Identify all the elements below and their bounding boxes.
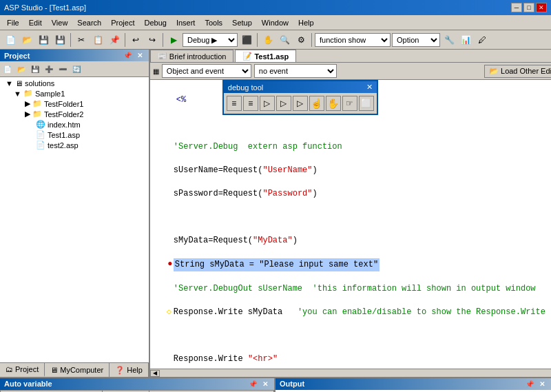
object-combo[interactable]: Object and event	[162, 64, 251, 78]
editor-tab-bar: 📰 Brief introduction 📝 Test1.asp ◀ ▶	[150, 50, 551, 63]
separator1	[70, 33, 71, 47]
editor-content[interactable]: debug tool ✕ ≡ ≡ ▷ ▷ ▷ ☝ ✋ ☞ ⬜	[150, 80, 551, 369]
tree-item-sample1[interactable]: ▼ 📁 Sample1	[1, 88, 147, 99]
code-line-comment2: 'Server.DebugOut sUserName 'this informa…	[153, 283, 551, 295]
toolbar-icon1[interactable]: 🔧	[441, 32, 457, 48]
menu-insert[interactable]: Insert	[172, 17, 200, 28]
menu-setup[interactable]: Setup	[228, 17, 256, 28]
tab-project[interactable]: 🗂 Project	[0, 363, 45, 377]
tf1-icon: 📁	[32, 99, 42, 108]
title-bar: ASP Studio - [Test1.asp] ─ □ ✕	[0, 0, 551, 15]
load-other-container: 📂 Load Other Editor ▼	[484, 65, 551, 78]
project-open-btn[interactable]: 📂	[15, 63, 28, 75]
tree-item-test2[interactable]: 📄 test2.asp	[1, 140, 147, 150]
undo-button[interactable]: ↩	[128, 32, 143, 48]
debug-btn-1[interactable]: ≡	[227, 96, 242, 111]
option-combo[interactable]: Option	[392, 33, 440, 47]
code-line-comment1: 'Server.Debug extern asp function	[153, 141, 551, 153]
hand-button[interactable]: ✋	[260, 32, 276, 48]
project-save-btn[interactable]: 💾	[29, 63, 41, 75]
menu-debug[interactable]: Debug	[140, 17, 170, 28]
debug-combo[interactable]: Debug ▶	[183, 33, 238, 47]
project-panel: Project 📌 ✕ 📄 📂 💾 ➕ ➖ 🔄 ▼ 🖥 solutions	[0, 50, 150, 377]
menu-tools[interactable]: Tools	[200, 17, 227, 28]
copy-button[interactable]: 📋	[90, 32, 105, 48]
separator4	[257, 33, 258, 47]
toolbar-icon3[interactable]: 🖊	[475, 32, 490, 48]
debug-btn-2[interactable]: ≡	[243, 96, 258, 111]
menu-window[interactable]: Window	[258, 17, 293, 28]
tree-item-testfolder1[interactable]: ▶ 📁 TestFolder1	[1, 99, 147, 109]
tree-label-solutions: solutions	[25, 79, 54, 87]
code-line-empty2	[153, 330, 551, 342]
debug-btn-6[interactable]: ☝	[309, 96, 324, 111]
debug-btn-4[interactable]: ▷	[276, 96, 291, 111]
settings-button[interactable]: ⚙	[293, 32, 309, 48]
project-add-btn[interactable]: ➕	[43, 63, 55, 75]
close-button[interactable]: ✕	[536, 3, 547, 12]
tab-mycomputer[interactable]: 🖥 MyComputer	[45, 363, 110, 377]
load-other-editor-button[interactable]: 📂 Load Other Editor ▼	[484, 65, 551, 78]
auto-float-btn[interactable]: 📌	[247, 380, 259, 389]
code-editor[interactable]: debug tool ✕ ≡ ≡ ▷ ▷ ▷ ☝ ✋ ☞ ⬜	[150, 80, 551, 369]
tree-item-test1[interactable]: 📄 Test1.asp	[1, 130, 147, 140]
new-button[interactable]: 📄	[3, 32, 18, 48]
auto-variable-title: Auto variable	[4, 380, 52, 389]
menu-search[interactable]: Search	[73, 17, 105, 28]
menu-edit[interactable]: Edit	[25, 17, 46, 28]
menu-help[interactable]: Help	[294, 17, 318, 28]
open-button[interactable]: 📂	[19, 32, 34, 48]
function-combo[interactable]: function show	[315, 33, 391, 47]
editor-tab-test1[interactable]: 📝 Test1.asp	[235, 50, 296, 62]
scroll-left[interactable]: ◀	[150, 370, 160, 377]
debug-btn-7[interactable]: ✋	[326, 96, 341, 111]
debug-tool-header[interactable]: debug tool ✕	[224, 81, 377, 93]
toolbar-icon2[interactable]: 📊	[458, 32, 473, 48]
debug-btn-9[interactable]: ⬜	[359, 96, 374, 111]
expand-icon-sample1: ▼	[14, 90, 21, 98]
menu-view[interactable]: View	[48, 17, 72, 28]
editor-tab-brief[interactable]: 📰 Brief introduction	[150, 50, 234, 62]
ind11	[167, 330, 174, 342]
save-all-button[interactable]: 💾	[52, 32, 67, 48]
auto-close-btn[interactable]: ✕	[260, 380, 270, 389]
editor-object-toolbar: ▦ Object and event no event 📂 Load Other…	[150, 63, 551, 80]
zoom-button[interactable]: 🔍	[277, 32, 292, 48]
output-close-btn[interactable]: ✕	[537, 380, 547, 389]
minimize-button[interactable]: ─	[511, 3, 522, 12]
code-line-empty1	[153, 212, 551, 223]
project-float-button[interactable]: 📌	[121, 51, 134, 60]
cut-button[interactable]: ✂	[74, 32, 89, 48]
project-refresh-btn[interactable]: 🔄	[70, 63, 83, 75]
project-new-btn[interactable]: 📄	[1, 63, 14, 75]
menu-file[interactable]: File	[3, 17, 23, 28]
tree-item-testfolder2[interactable]: ▶ 📁 TestFolder2	[1, 109, 147, 119]
project-panel-header: Project 📌 ✕	[0, 50, 149, 61]
run-button[interactable]: ▶	[166, 32, 181, 48]
project-close-button[interactable]: ✕	[135, 51, 145, 60]
tree-item-index[interactable]: 🌐 index.htm	[1, 119, 147, 130]
project-tree: ▼ 🖥 solutions ▼ 📁 Sample1 ▶ 📁 TestFolder…	[0, 77, 149, 362]
redo-button[interactable]: ↪	[145, 32, 160, 48]
output-float-btn[interactable]: 📌	[523, 380, 536, 389]
ind3	[167, 141, 174, 153]
debug-btn-5[interactable]: ▷	[293, 96, 308, 111]
tree-label-tf1: TestFolder1	[44, 100, 83, 108]
debug-btn-8[interactable]: ☞	[342, 96, 357, 111]
paste-button[interactable]: 📌	[107, 32, 122, 48]
project-remove-btn[interactable]: ➖	[56, 63, 69, 75]
code-lines: <% 'Server.Debug extern asp function sUs…	[150, 80, 551, 369]
help-tab-icon: ❓	[115, 366, 125, 375]
separator3	[163, 33, 163, 47]
save-button[interactable]: 💾	[36, 32, 51, 48]
menu-project[interactable]: Project	[107, 17, 138, 28]
event-combo[interactable]: no event	[254, 64, 337, 78]
tree-item-solutions[interactable]: ▼ 🖥 solutions	[1, 79, 147, 88]
ind12	[167, 353, 174, 365]
tab-help[interactable]: ❓ Help	[110, 363, 149, 377]
debug-btn-3[interactable]: ▷	[260, 96, 275, 111]
maximize-button[interactable]: □	[523, 3, 534, 12]
debug-tool-close[interactable]: ✕	[366, 83, 373, 92]
comment-text2: 'Server.DebugOut sUserName 'this informa…	[174, 283, 536, 295]
stop-button[interactable]: ⬛	[239, 32, 254, 48]
